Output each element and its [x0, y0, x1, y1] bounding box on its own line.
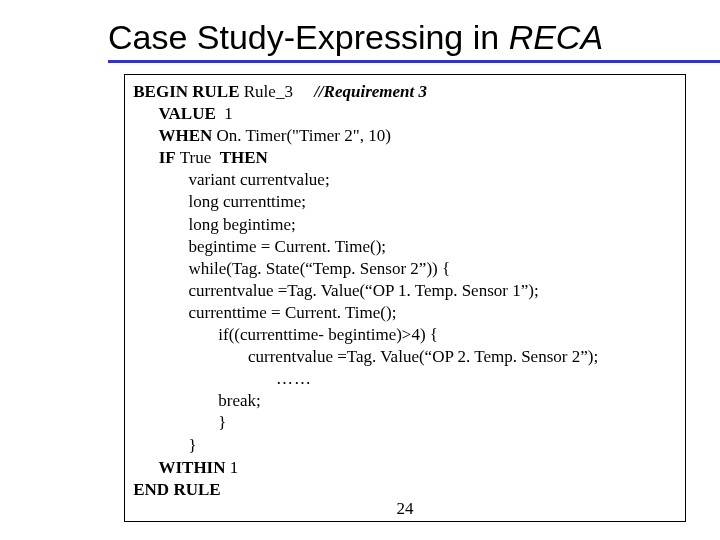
code-line: } [129, 436, 197, 455]
code-line: begintime = Current. Time(); [129, 237, 386, 256]
code-line: while(Tag. State(“Temp. Sensor 2”)) { [129, 259, 450, 278]
slide-title: Case Study-Expressing in RECA [108, 18, 603, 57]
title-plain: Case Study-Expressing in [108, 18, 509, 56]
if-cond: True [176, 148, 220, 167]
code-line: variant currentvalue; [129, 170, 330, 189]
code-line: currentvalue =Tag. Value(“OP 1. Temp. Se… [129, 281, 539, 300]
code-line: long currenttime; [129, 192, 306, 211]
page-number: 24 [385, 499, 425, 519]
code-ellipsis: …… [129, 369, 312, 388]
rule-name: Rule_3 [240, 82, 315, 101]
when-expr: On. Timer("Timer 2", 10) [212, 126, 391, 145]
title-italic: RECA [509, 18, 603, 56]
code-line: long begintime; [129, 215, 296, 234]
kw-then: THEN [220, 148, 268, 167]
code-line: break; [129, 391, 261, 410]
kw-begin-rule: BEGIN RULE [129, 82, 240, 101]
code-line: } [129, 413, 226, 432]
value-1: 1 [216, 104, 233, 123]
comment-req3: //Requirement 3 [314, 82, 427, 101]
code-line: if((currenttime- begintime)>4) { [129, 325, 438, 344]
kw-end-rule: END RULE [129, 480, 221, 499]
code-block: BEGIN RULE Rule_3 //Requirement 3 VALUE … [129, 81, 598, 501]
code-line: currentvalue =Tag. Value(“OP 2. Temp. Se… [129, 347, 598, 366]
code-box: BEGIN RULE Rule_3 //Requirement 3 VALUE … [124, 74, 686, 522]
kw-value: VALUE [129, 104, 216, 123]
kw-within: WITHIN [129, 458, 226, 477]
within-val: 1 [226, 458, 239, 477]
code-line: currenttime = Current. Time(); [129, 303, 396, 322]
kw-if: IF [129, 148, 176, 167]
kw-when: WHEN [129, 126, 212, 145]
title-underline [108, 60, 720, 63]
